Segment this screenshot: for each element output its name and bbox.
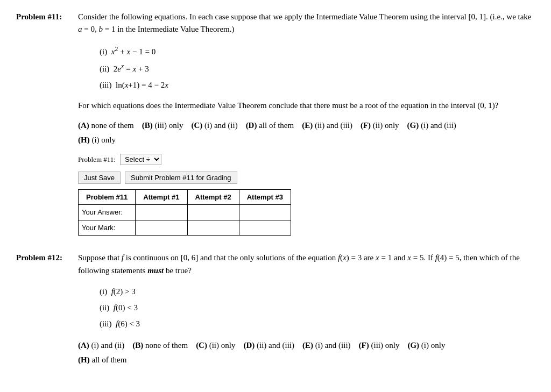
- mark-attempt2: [187, 220, 239, 236]
- problem-11-select-label: Problem #11:: [78, 154, 116, 165]
- problem-11-content: Consider the following equations. In eac…: [75, 11, 535, 236]
- equation-1: (i) x2 + x − 1 = 0: [100, 42, 535, 60]
- submit-grading-button[interactable]: Submit Problem #11 for Grading: [125, 172, 237, 184]
- choices-line-2: (H) (i) only: [78, 133, 535, 147]
- problem-11-question: For which equations does the Intermediat…: [78, 99, 535, 112]
- col-problem: Problem #11: [79, 189, 136, 205]
- answer-attempt2: [187, 205, 239, 220]
- eq12-1: (i) f(2) > 3: [100, 283, 535, 300]
- problem-12-label: Problem #12:: [16, 252, 75, 373]
- your-answer-row: Your Answer:: [79, 205, 291, 220]
- problem-11-intro: Consider the following equations. In eac…: [78, 11, 535, 36]
- answer-attempt3: [239, 205, 291, 220]
- problem-11-select[interactable]: Select ÷ A B C D E F G H: [120, 154, 161, 165]
- problem-12-choices: (A) (i) and (ii) (B) none of them (C) (i…: [78, 338, 535, 367]
- just-save-button[interactable]: Just Save: [78, 172, 121, 184]
- problem-11-label: Problem #11:: [16, 11, 75, 236]
- problem-12-intro: Suppose that f is continuous on [0, 6] a…: [78, 252, 535, 277]
- choices12-line-1: (A) (i) and (ii) (B) none of them (C) (i…: [78, 338, 535, 353]
- attempts-header-row: Problem #11 Attempt #1 Attempt #2 Attemp…: [79, 189, 291, 205]
- attempts-table: Problem #11 Attempt #1 Attempt #2 Attemp…: [78, 189, 291, 236]
- your-answer-label: Your Answer:: [79, 205, 136, 220]
- problem-12-equations: (i) f(2) > 3 (ii) f(0) < 3 (iii) f(6) < …: [100, 283, 535, 332]
- answer-attempt1: [136, 205, 187, 220]
- mark-attempt1: [136, 220, 187, 236]
- equation-2: (ii) 2ex = x + 3: [100, 60, 535, 77]
- mark-attempt3: [239, 220, 291, 236]
- choices-line-1: (A) none of them (B) (iii) only (C) (i) …: [78, 118, 535, 133]
- choices12-line-2: (H) all of them: [78, 353, 535, 367]
- problem-12-title: Problem #12:: [16, 253, 62, 262]
- col-attempt1: Attempt #1: [136, 189, 187, 205]
- problem-12-block: Problem #12: Suppose that f is continuou…: [16, 252, 535, 373]
- problem-11-choices: (A) none of them (B) (iii) only (C) (i) …: [78, 118, 535, 147]
- your-mark-label: Your Mark:: [79, 220, 136, 236]
- problem-11-block: Problem #11: Consider the following equa…: [16, 11, 535, 236]
- problem-11-select-row: Problem #11: Select ÷ A B C D E F G H: [78, 154, 535, 165]
- col-attempt3: Attempt #3: [239, 189, 291, 205]
- problem-11-equations: (i) x2 + x − 1 = 0 (ii) 2ex = x + 3 (iii…: [100, 42, 535, 93]
- eq12-3: (iii) f(6) < 3: [100, 316, 535, 332]
- problem-11-button-row: Just Save Submit Problem #11 for Grading: [78, 172, 535, 184]
- col-attempt2: Attempt #2: [187, 189, 239, 205]
- equation-3: (iii) ln(x+1) = 4 − 2x: [100, 77, 535, 93]
- your-mark-row: Your Mark:: [79, 220, 291, 236]
- problem-12-content: Suppose that f is continuous on [0, 6] a…: [75, 252, 535, 373]
- eq12-2: (ii) f(0) < 3: [100, 300, 535, 316]
- problem-11-title: Problem #11:: [16, 12, 62, 21]
